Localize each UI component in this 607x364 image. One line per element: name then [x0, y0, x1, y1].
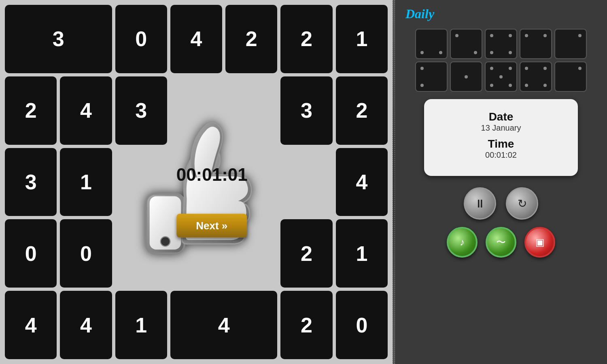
- refresh-icon: ↻: [518, 197, 527, 210]
- controls-top: ⏸ ↻: [464, 187, 538, 220]
- refresh-button[interactable]: ↻: [506, 187, 538, 220]
- tile-21[interactable]: 1: [115, 291, 167, 359]
- time-value: 00:01:02: [432, 150, 570, 160]
- tile-2[interactable]: 0: [115, 5, 167, 73]
- domino-5[interactable]: [554, 29, 587, 59]
- pause-icon: ⏸: [474, 197, 486, 210]
- tile-6[interactable]: 1: [336, 5, 388, 73]
- tile-15[interactable]: 0: [5, 219, 57, 288]
- tile-23[interactable]: 2: [280, 291, 332, 359]
- next-button[interactable]: Next »: [176, 214, 247, 238]
- date-label: Date: [432, 110, 570, 123]
- datetime-card: Date 13 January Time 00:01:02: [424, 99, 578, 176]
- tile-10[interactable]: 3: [280, 76, 332, 145]
- domino-9[interactable]: [520, 61, 552, 92]
- domino-3[interactable]: [485, 29, 517, 59]
- svg-point-2: [161, 237, 170, 246]
- domino-2[interactable]: [450, 29, 482, 59]
- tile-8[interactable]: 4: [60, 76, 112, 145]
- domino-4[interactable]: [520, 29, 552, 59]
- domino-6[interactable]: [415, 61, 448, 92]
- tile-11[interactable]: 2: [336, 76, 388, 145]
- domino-10[interactable]: [554, 61, 587, 92]
- tile-13[interactable]: 1: [60, 148, 112, 216]
- domino-8[interactable]: [485, 61, 517, 92]
- screen-icon: ▣: [535, 237, 545, 248]
- tile-19[interactable]: 4: [5, 291, 57, 359]
- tile-4[interactable]: 2: [225, 5, 277, 73]
- wave-button[interactable]: 〜: [486, 227, 516, 258]
- tile-1[interactable]: 3: [5, 5, 112, 73]
- tile-7[interactable]: 2: [5, 76, 57, 145]
- timer-display: 00:01:01: [176, 165, 248, 185]
- tile-14[interactable]: 4: [336, 148, 388, 216]
- tile-9[interactable]: 3: [115, 76, 167, 145]
- domino-7[interactable]: [450, 61, 482, 92]
- tile-24[interactable]: 0: [336, 291, 388, 359]
- tile-5[interactable]: 2: [280, 5, 332, 73]
- tile-3[interactable]: 4: [170, 5, 222, 73]
- tile-20[interactable]: 4: [60, 291, 112, 359]
- music-button[interactable]: ♪: [447, 227, 478, 258]
- tile-16[interactable]: 0: [60, 219, 112, 288]
- right-panel: Daily: [395, 0, 607, 364]
- date-value: 13 January: [432, 123, 570, 133]
- game-board: 3 0 4 2 2 1 2 4 3 3 2 3 1 4 0 0 2 1 4 4 …: [0, 0, 393, 364]
- music-icon: ♪: [460, 237, 465, 248]
- tile-22[interactable]: 4: [170, 291, 278, 359]
- daily-title: Daily: [405, 6, 434, 21]
- pause-button[interactable]: ⏸: [464, 187, 496, 220]
- tile-12[interactable]: 3: [5, 148, 57, 216]
- tile-17[interactable]: 2: [280, 219, 332, 288]
- time-label: Time: [432, 138, 570, 150]
- screen-button[interactable]: ▣: [524, 227, 555, 258]
- domino-grid: [415, 29, 587, 92]
- wave-icon: 〜: [496, 236, 506, 249]
- tile-18[interactable]: 1: [336, 219, 388, 288]
- controls-bottom: ♪ 〜 ▣: [447, 227, 555, 258]
- domino-1[interactable]: [415, 29, 448, 59]
